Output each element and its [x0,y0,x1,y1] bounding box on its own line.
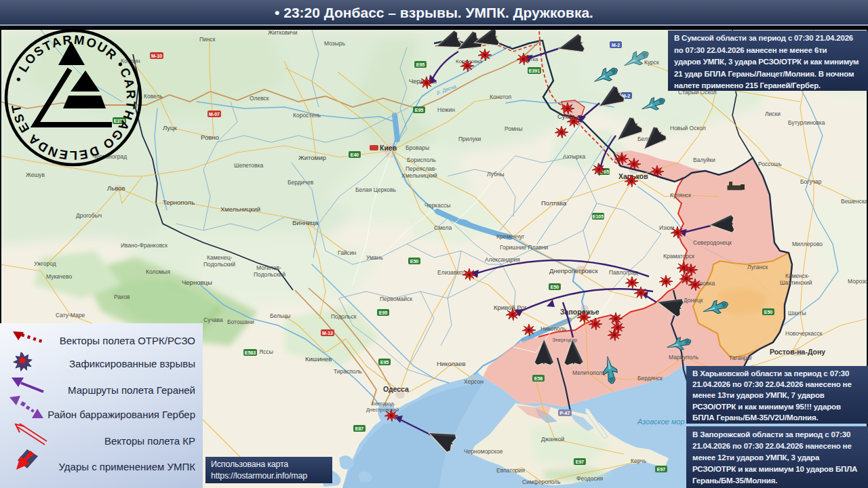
svg-text:E58: E58 [534,376,543,381]
svg-text:E95: E95 [415,108,424,113]
svg-text:Бердичев: Бердичев [288,179,314,186]
svg-text:Житомир: Житомир [298,154,326,161]
svg-text:Керчь: Керчь [631,458,647,464]
svg-text:Умань: Умань [366,254,383,261]
svg-text:Изюм: Изюм [659,224,674,231]
svg-text:Ивано-Франковск: Ивано-Франковск [121,242,167,249]
svg-text:E97: E97 [576,460,585,464]
svg-text:Луганск: Луганск [747,264,768,270]
svg-text:E97: E97 [657,467,666,472]
svg-text:E391: E391 [529,68,540,73]
svg-text:Рахов: Рахов [114,293,130,300]
svg-text:Кишинев: Кишинев [305,355,332,363]
svg-text:Новый Оскол: Новый Оскол [670,125,706,131]
svg-text:M-07: M-07 [209,112,220,117]
svg-text:Ромны: Ромны [505,125,523,132]
svg-text:Переяслав-: Переяслав- [406,165,437,172]
svg-text:M-2: M-2 [612,43,620,47]
svg-text:Дрогобыч: Дрогобыч [76,212,102,219]
svg-text:Мелитополь: Мелитополь [572,369,606,376]
svg-text:Евпатория: Евпатория [496,467,525,474]
svg-text:Симферополь: Симферополь [522,479,561,485]
svg-text:E105: E105 [593,214,604,219]
svg-text:Олевск: Олевск [250,95,269,102]
svg-text:E95: E95 [380,360,389,365]
svg-text:Жешув: Жешув [26,171,45,178]
svg-text:Конотоп: Конотоп [490,94,511,100]
svg-text:Подольский: Подольский [203,261,235,268]
svg-text:Новочеркасск: Новочеркасск [785,330,823,337]
svg-text:Феодосия: Феодосия [576,475,603,482]
svg-text:Бутурлиновка: Бутурлиновка [788,119,825,126]
svg-text:Полтава: Полтава [541,199,567,207]
svg-text:Никополь: Никополь [540,325,567,332]
svg-text:Черноморское: Черноморское [464,448,503,455]
svg-text:Мукачево: Мукачево [46,273,72,280]
svg-text:Сату-Маре: Сату-Маре [56,312,85,319]
svg-text:E87: E87 [355,426,364,431]
svg-text:Вешенская: Вешенская [841,198,868,205]
svg-text:Шепетовка: Шепетовка [234,162,264,169]
svg-text:Прилуки: Прилуки [458,136,481,142]
svg-text:Белгород-: Белгород- [372,401,396,407]
svg-text:Купянск: Купянск [670,192,691,199]
svg-text:Александрия: Александрия [485,256,520,263]
svg-text:Каменец-: Каменец- [207,254,233,261]
svg-text:Днестровский: Днестровский [366,407,399,413]
svg-text:Ужгород: Ужгород [34,260,56,267]
svg-text:Курск: Курск [644,59,659,66]
svg-text:Киев: Киев [380,144,397,152]
svg-text:Пинск: Пинск [199,36,216,43]
svg-text:Таганрог: Таганрог [729,354,752,361]
svg-text:Бердянск: Бердянск [637,375,663,382]
svg-text:M-13: M-13 [322,331,333,336]
svg-text:Винница: Винница [292,219,319,226]
svg-text:P-47: P-47 [560,411,570,415]
svg-text:Россошь: Россошь [758,161,782,167]
svg-text:Подольск: Подольск [331,313,357,320]
svg-text:Шахтинский: Шахтинский [780,279,812,286]
svg-text:Херсон: Херсон [464,378,484,385]
svg-text:Кременчуг: Кременчуг [496,233,524,240]
svg-text:Джанкой: Джанкой [541,436,564,443]
svg-text:Бельцы: Бельцы [270,312,290,319]
svg-text:Миллерово: Миллерово [792,241,823,247]
svg-text:E50: E50 [551,285,559,289]
svg-text:M-10: M-10 [151,54,162,58]
svg-text:Луцк: Луцк [163,124,178,131]
svg-text:Ковель: Ковель [144,93,163,100]
svg-text:Львов: Львов [107,184,125,192]
svg-text:Первомайск: Первомайск [380,296,412,302]
svg-text:Смела: Смела [434,224,452,231]
svg-text:Северодонецк: Северодонецк [693,239,732,246]
svg-text:Краматорск: Краматорск [663,253,694,260]
svg-text:Коломыя: Коломыя [146,268,170,275]
svg-text:E95: E95 [416,62,425,67]
svg-text:Павлоград: Павлоград [609,269,637,276]
svg-text:Богучар: Богучар [800,178,822,185]
svg-text:Сучава: Сучава [203,317,223,323]
svg-text:Бровары: Бровары [406,144,429,151]
svg-text:Черкассы: Черкассы [425,202,450,209]
svg-text:Черновцы: Черновцы [182,279,212,286]
svg-text:Морозовск: Морозовск [848,278,868,285]
svg-text:Подольский: Подольский [254,271,285,278]
svg-text:Хмельницкий: Хмельницкий [401,172,437,179]
svg-text:Мариуполь: Мариуполь [669,354,699,361]
svg-text:Днепропетровск: Днепропетровск [549,267,598,274]
svg-text:Горишние Плавни: Горишние Плавни [500,244,549,251]
svg-text:Ростов-на-Дону: Ростов-на-Дону [770,348,825,356]
svg-text:E40: E40 [351,152,359,157]
svg-text:Белая Церковь: Белая Церковь [355,186,396,193]
svg-text:Яссы: Яссы [259,348,273,355]
svg-text:Валуйки: Валуйки [693,157,715,163]
svg-text:E50: E50 [764,310,773,314]
svg-text:Лубны: Лубны [487,171,505,178]
svg-text:Коростень: Коростень [293,112,321,119]
svg-text:Николаев: Николаев [437,360,466,367]
svg-text:Житковичи: Житковичи [268,30,298,36]
svg-text:Тирасполь: Тирасполь [334,368,362,375]
svg-text:Ахтырка: Ахтырка [563,153,585,160]
svg-text:Азовское мор: Азовское мор [637,418,685,426]
svg-text:Борисполь: Борисполь [407,157,436,163]
